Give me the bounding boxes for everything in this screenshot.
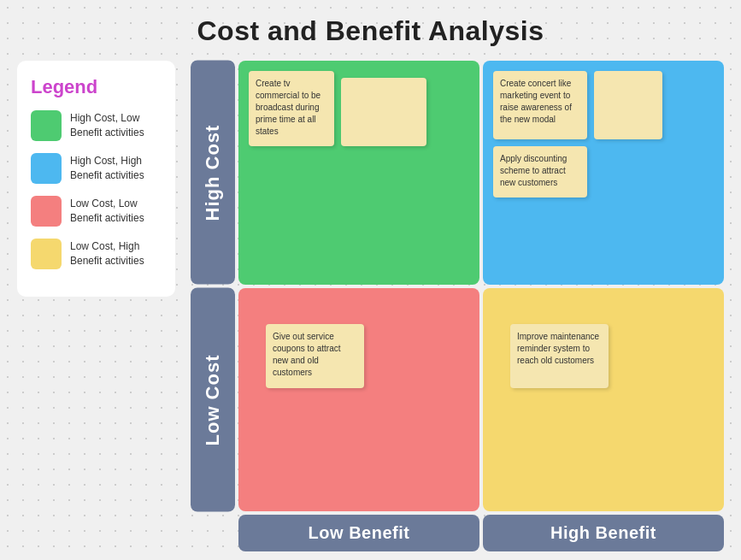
legend-swatch-yellow [31,239,62,269]
note-br-1[interactable]: Improve maintenance reminder system to r… [510,324,609,388]
legend-label-3: Low Cost, High Benefit activities [70,239,162,268]
note-tr-3[interactable]: Apply discounting scheme to attract new … [493,146,587,197]
legend-label-1: High Cost, High Benefit activities [70,154,162,183]
note-tr-2[interactable] [594,71,662,139]
note-tl-1-text: Create tv commercial to be broadcast dur… [256,79,321,136]
legend-panel: Legend High Cost, Low Benefit activities… [17,61,175,297]
quadrant-bottom-left: Give out service coupons to attract new … [238,288,479,512]
legend-item-1: High Cost, High Benefit activities [31,153,162,184]
matrix-rows: High Cost Low Cost Create tv commercial … [191,61,724,511]
note-tl-2[interactable] [341,78,426,146]
y-label-low-cost: Low Cost [191,288,235,512]
note-tr-3-text: Apply discounting scheme to attract new … [500,154,567,187]
x-axis: Low Benefit High Benefit [238,515,724,551]
note-tl-1[interactable]: Create tv commercial to be broadcast dur… [249,71,334,146]
note-bl-1-text: Give out service coupons to attract new … [273,332,341,377]
quadrant-top-left: Create tv commercial to be broadcast dur… [238,61,479,285]
quadrant-top-right: Create concert like marketing event to r… [483,61,724,285]
note-tr-1[interactable]: Create concert like marketing event to r… [493,71,587,139]
main-layout: Legend High Cost, Low Benefit activities… [17,61,724,551]
legend-swatch-red [31,196,62,227]
legend-item-2: Low Cost, Low Benefit activities [31,196,162,227]
y-label-high-cost: High Cost [191,61,235,285]
note-br-1-text: Improve maintenance reminder system to r… [517,332,599,365]
legend-label-0: High Cost, Low Benefit activities [70,111,162,140]
matrix-area: High Cost Low Cost Create tv commercial … [191,61,724,551]
y-axis: High Cost Low Cost [191,61,235,511]
note-bl-1[interactable]: Give out service coupons to attract new … [266,324,364,388]
quadrant-bottom-right: Improve maintenance reminder system to r… [483,288,724,512]
legend-swatch-blue [31,153,62,184]
x-label-high-benefit: High Benefit [483,515,724,551]
page: Cost and Benefit Analysis Legend High Co… [0,0,741,560]
x-label-low-benefit: Low Benefit [238,515,479,551]
legend-item-0: High Cost, Low Benefit activities [31,110,162,141]
note-tr-1-text: Create concert like marketing event to r… [500,79,572,124]
page-title: Cost and Benefit Analysis [197,15,544,47]
legend-swatch-green [31,110,62,141]
legend-title: Legend [31,76,162,98]
quadrant-grid: Create tv commercial to be broadcast dur… [238,61,724,511]
legend-item-3: Low Cost, High Benefit activities [31,239,162,269]
legend-label-2: Low Cost, Low Benefit activities [70,197,162,226]
